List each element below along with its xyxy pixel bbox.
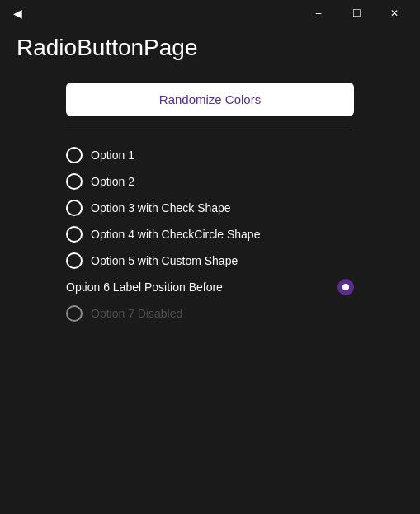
title-bar: ◀ – ☐ ✕ <box>0 0 420 26</box>
radio-item-6[interactable]: Option 6 Label Position Before <box>66 276 354 299</box>
page-title: RadioButtonPage <box>17 35 403 61</box>
minimize-icon: – <box>316 7 322 19</box>
back-button[interactable]: ◀ <box>7 3 29 23</box>
minimize-button[interactable]: – <box>300 0 337 26</box>
close-icon: ✕ <box>390 7 399 19</box>
back-icon: ◀ <box>13 7 22 20</box>
content-area: Randomize Colors Option 1 Option 2 Optio… <box>0 74 420 342</box>
radio-button-2[interactable] <box>66 173 83 190</box>
close-button[interactable]: ✕ <box>375 0 413 26</box>
maximize-button[interactable]: ☐ <box>337 0 375 26</box>
radio-item-5[interactable]: Option 5 with Custom Shape <box>66 249 354 272</box>
title-bar-controls: – ☐ ✕ <box>300 0 413 26</box>
radio-label-4: Option 4 with CheckCircle Shape <box>91 228 260 241</box>
radio-item-3[interactable]: Option 3 with Check Shape <box>66 196 354 219</box>
radio-list: Option 1 Option 2 Option 3 with Check Sh… <box>66 144 354 325</box>
radio-button-6[interactable] <box>337 279 354 295</box>
radio-button-1[interactable] <box>66 147 83 163</box>
radio-button-4[interactable] <box>66 226 83 243</box>
radio-button-7 <box>66 305 83 322</box>
page-header: RadioButtonPage <box>0 26 420 74</box>
divider <box>66 130 354 130</box>
radio-label-3: Option 3 with Check Shape <box>91 201 231 215</box>
radio-label-6: Option 6 Label Position Before <box>66 281 223 294</box>
radio-label-5: Option 5 with Custom Shape <box>91 254 238 267</box>
radio-label-2: Option 2 <box>91 175 134 188</box>
radio-label-1: Option 1 <box>91 149 134 162</box>
radio-item-1[interactable]: Option 1 <box>66 144 354 167</box>
radio-item-2[interactable]: Option 2 <box>66 170 354 193</box>
radio-button-3[interactable] <box>66 200 83 216</box>
maximize-icon: ☐ <box>352 7 361 19</box>
radio-item-7: Option 7 Disabled <box>66 302 354 325</box>
radio-button-5[interactable] <box>66 252 83 269</box>
radio-label-7: Option 7 Disabled <box>91 307 182 320</box>
radio-item-4[interactable]: Option 4 with CheckCircle Shape <box>66 223 354 246</box>
title-bar-left: ◀ <box>7 3 29 23</box>
randomize-colors-button[interactable]: Randomize Colors <box>66 83 354 116</box>
